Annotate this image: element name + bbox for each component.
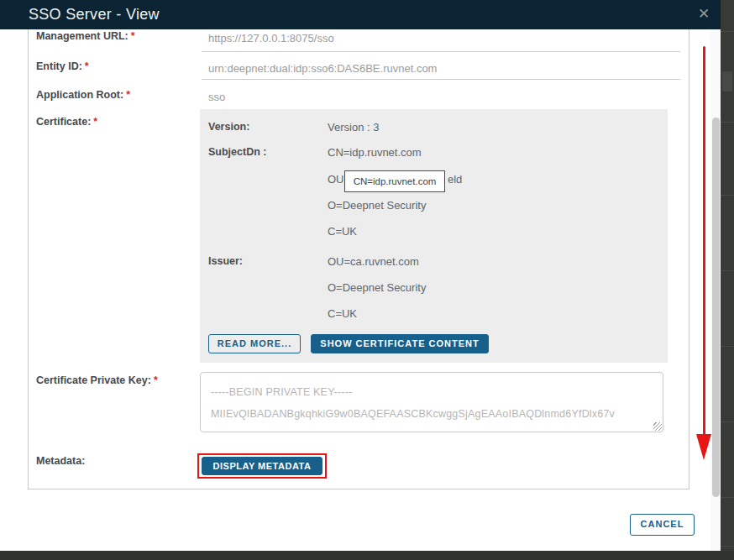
background-row-divider [721, 346, 734, 347]
show-certificate-content-button[interactable]: SHOW CERTIFICATE CONTENT [311, 334, 489, 353]
close-icon[interactable]: ✕ [694, 0, 714, 28]
certificate-subject-o: O=Deepnet Security [328, 199, 426, 212]
entity-id-input-underline [202, 79, 680, 80]
background-app-panel [721, 0, 734, 560]
certificate-version-value: Version : 3 [328, 121, 379, 133]
background-ui-fragment [722, 71, 732, 92]
background-bottom-band [0, 551, 734, 560]
read-more-button[interactable]: READ MORE... [208, 334, 301, 353]
entity-id-label: Entity ID:* [36, 60, 89, 72]
required-asterisk: * [131, 30, 135, 42]
required-asterisk: * [93, 116, 97, 128]
certificate-label: Certificate:* [36, 116, 97, 128]
certificate-private-key-label: Certificate Private Key:* [36, 374, 158, 386]
certificate-issuer-c: C=UK [328, 307, 357, 320]
modal-title: SSO Server - View [29, 0, 160, 29]
private-key-line: -----BEGIN PRIVATE KEY----- [211, 381, 653, 403]
private-key-textarea[interactable]: -----BEGIN PRIVATE KEY----- MIIEvQIBADAN… [200, 372, 663, 432]
required-asterisk: * [85, 60, 89, 72]
required-asterisk: * [154, 374, 158, 386]
modal-header: SSO Server - View ✕ [0, 0, 721, 29]
application-root-value: sso [208, 91, 225, 103]
certificate-subjectdn-label: SubjectDn : [208, 146, 266, 158]
certificate-issuer-o: O=Deepnet Security [328, 281, 426, 294]
scrollbar-thumb[interactable] [712, 118, 720, 497]
private-key-line: MIIEvQIBADANBgkqhkiG9w0BAQEFAASCBK [211, 425, 653, 432]
certificate-subject-ou-suffix: eld [448, 173, 462, 186]
certificate-subject-c: C=UK [328, 225, 357, 238]
management-url-input-underline [202, 51, 680, 52]
certificate-subject-cn: CN=idp.ruvnet.com [328, 146, 422, 159]
application-root-label: Application Root:* [36, 89, 130, 101]
entity-id-value: urn:deepnet:dual:idp:sso6:DAS6BE.ruvnet.… [208, 62, 437, 75]
management-url-value: https://127.0.0.1:8075/sso [208, 32, 334, 44]
certificate-issuer-ou: OU=ca.ruvnet.com [328, 255, 419, 268]
annotation-arrow-head [696, 434, 711, 460]
annotation-highlight-box: DISPLAY METADATA [197, 453, 327, 479]
background-row-divider [721, 270, 734, 271]
annotation-arrow-line [703, 46, 705, 435]
background-row-divider [721, 546, 734, 547]
management-url-label: Management URL:* [36, 30, 135, 42]
tooltip: CN=idp.ruvnet.com [344, 170, 445, 192]
cancel-button[interactable]: CANCEL [630, 514, 695, 536]
background-row-divider [721, 122, 734, 123]
certificate-subject-ou-prefix: OU [328, 173, 344, 186]
private-key-line: MIIEvQIBADANBgkqhkiG9w0BAQEFAASCBKcwggSj… [211, 403, 653, 425]
screenshot-root: SSO Server - View ✕ Management URL:* htt… [0, 0, 734, 560]
background-row-divider [721, 195, 734, 196]
certificate-issuer-label: Issuer: [208, 255, 243, 267]
certificate-version-label: Version: [208, 121, 249, 133]
metadata-label: Metadata: [36, 455, 85, 467]
display-metadata-button[interactable]: DISPLAY METADATA [202, 457, 322, 475]
background-row-divider [721, 31, 734, 32]
certificate-details-panel: Version: Version : 3 SubjectDn : CN=idp.… [200, 109, 668, 363]
background-row-divider [721, 421, 734, 422]
textarea-resize-handle[interactable] [653, 422, 662, 431]
required-asterisk: * [126, 89, 130, 101]
background-row-divider [721, 497, 734, 498]
